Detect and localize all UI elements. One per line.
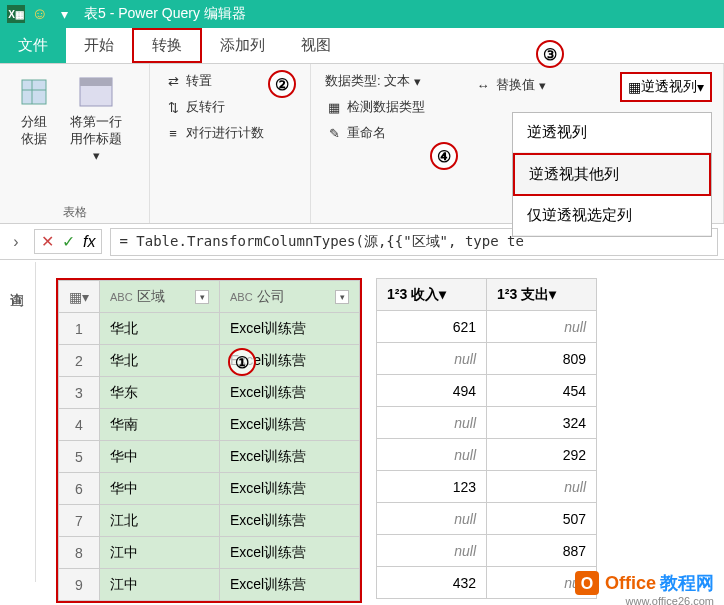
cell-region[interactable]: 华中 bbox=[100, 473, 220, 505]
row-number[interactable]: 8 bbox=[59, 537, 100, 569]
table-row[interactable]: 1 华北 Excel训练营 bbox=[59, 313, 360, 345]
type-number-icon: 1²3 bbox=[497, 286, 517, 302]
cell-income[interactable]: 123 bbox=[377, 471, 487, 503]
cell-company[interactable]: Excel训练营 bbox=[220, 569, 360, 601]
menu-transform[interactable]: 转换 bbox=[132, 28, 202, 63]
cell-expense[interactable]: 809 bbox=[487, 343, 597, 375]
column-header-expense[interactable]: 1²3 支出▾ bbox=[487, 279, 597, 311]
column-header-region[interactable]: ABC区域▾ bbox=[100, 281, 220, 313]
filter-icon[interactable]: ▾ bbox=[549, 286, 556, 302]
table-row[interactable]: 3 华东 Excel训练营 bbox=[59, 377, 360, 409]
menu-view[interactable]: 视图 bbox=[283, 28, 349, 63]
data-grid-right: 1²3 收入▾ 1²3 支出▾ 621nullnull809494454null… bbox=[376, 278, 597, 599]
cell-company[interactable]: Excel训练营 bbox=[220, 537, 360, 569]
cell-expense[interactable]: null bbox=[487, 471, 597, 503]
cell-income[interactable]: 494 bbox=[377, 375, 487, 407]
cell-expense[interactable]: 887 bbox=[487, 535, 597, 567]
cell-company[interactable]: Excel训练营 bbox=[220, 505, 360, 537]
row-number[interactable]: 4 bbox=[59, 409, 100, 441]
table-row[interactable]: 6 华中 Excel训练营 bbox=[59, 473, 360, 505]
cell-company[interactable]: Excel训练营 bbox=[220, 409, 360, 441]
cell-company[interactable]: Excel训练营 bbox=[220, 313, 360, 345]
menu-file[interactable]: 文件 bbox=[0, 28, 66, 63]
cell-income[interactable]: null bbox=[377, 439, 487, 471]
table-row[interactable]: 432null bbox=[377, 567, 597, 599]
count-rows-button[interactable]: ≡ 对行进行计数 bbox=[160, 122, 300, 144]
row-number[interactable]: 9 bbox=[59, 569, 100, 601]
table-row[interactable]: 5 华中 Excel训练营 bbox=[59, 441, 360, 473]
cell-company[interactable]: Excel训练营 bbox=[220, 473, 360, 505]
column-header-company[interactable]: ABC公司▾ bbox=[220, 281, 360, 313]
row-number[interactable]: 6 bbox=[59, 473, 100, 505]
first-row-header-button[interactable]: 将第一行 用作标题▾ bbox=[64, 70, 128, 202]
cell-expense[interactable]: null bbox=[487, 311, 597, 343]
query-panel[interactable]: 查询 bbox=[0, 262, 36, 582]
column-header-income[interactable]: 1²3 收入▾ bbox=[377, 279, 487, 311]
cell-expense[interactable]: 324 bbox=[487, 407, 597, 439]
table-row[interactable]: 494454 bbox=[377, 375, 597, 407]
cell-expense[interactable]: 454 bbox=[487, 375, 597, 407]
expand-querypane-icon[interactable]: › bbox=[6, 233, 26, 251]
cell-company[interactable]: Excel训练营 bbox=[220, 377, 360, 409]
corner-cell[interactable]: ▦▾ bbox=[59, 281, 100, 313]
fx-label[interactable]: fx bbox=[83, 233, 95, 251]
data-grid-left: ▦▾ ABC区域▾ ABC公司▾ 1 华北 Excel训练营2 华北 Excel… bbox=[58, 280, 360, 601]
unpivot-other-columns-item[interactable]: 逆透视其他列 bbox=[513, 153, 711, 196]
table-row[interactable]: 7 江北 Excel训练营 bbox=[59, 505, 360, 537]
row-number[interactable]: 7 bbox=[59, 505, 100, 537]
row-number[interactable]: 1 bbox=[59, 313, 100, 345]
menu-home[interactable]: 开始 bbox=[66, 28, 132, 63]
unpivot-selected-only-item[interactable]: 仅逆透视选定列 bbox=[513, 196, 711, 236]
unpivot-button[interactable]: ▦ 逆透视列 ▾ bbox=[620, 72, 712, 102]
cell-company[interactable]: Excel训练营 bbox=[220, 441, 360, 473]
table-row[interactable]: 9 江中 Excel训练营 bbox=[59, 569, 360, 601]
filter-icon[interactable]: ▾ bbox=[195, 290, 209, 304]
cancel-icon[interactable]: ✕ bbox=[41, 232, 54, 251]
cell-region[interactable]: 华南 bbox=[100, 409, 220, 441]
cell-region[interactable]: 华中 bbox=[100, 441, 220, 473]
chevron-down-icon: ▾ bbox=[93, 148, 100, 165]
dropdown-icon[interactable]: ▾ bbox=[54, 4, 74, 24]
filter-icon[interactable]: ▾ bbox=[335, 290, 349, 304]
cell-region[interactable]: 江中 bbox=[100, 537, 220, 569]
confirm-icon[interactable]: ✓ bbox=[62, 232, 75, 251]
table-row[interactable]: 4 华南 Excel训练营 bbox=[59, 409, 360, 441]
table-icon bbox=[78, 74, 114, 110]
row-number[interactable]: 2 bbox=[59, 345, 100, 377]
cell-region[interactable]: 华北 bbox=[100, 345, 220, 377]
cell-income[interactable]: null bbox=[377, 407, 487, 439]
unpivot-columns-item[interactable]: 逆透视列 bbox=[513, 113, 711, 153]
row-number[interactable]: 3 bbox=[59, 377, 100, 409]
table-row[interactable]: 8 江中 Excel训练营 bbox=[59, 537, 360, 569]
table-row[interactable]: null809 bbox=[377, 343, 597, 375]
replace-button[interactable]: ↔ 替换值▾ bbox=[470, 74, 550, 96]
cell-region[interactable]: 华北 bbox=[100, 313, 220, 345]
table-row[interactable]: null292 bbox=[377, 439, 597, 471]
cell-income[interactable]: 432 bbox=[377, 567, 487, 599]
cell-income[interactable]: null bbox=[377, 343, 487, 375]
table-row[interactable]: 123null bbox=[377, 471, 597, 503]
cell-expense[interactable]: 292 bbox=[487, 439, 597, 471]
table-row[interactable]: 2 华北 Excel训练营 bbox=[59, 345, 360, 377]
reverse-rows-button[interactable]: ⇅ 反转行 bbox=[160, 96, 300, 118]
filter-icon[interactable]: ▾ bbox=[439, 286, 446, 302]
cell-region[interactable]: 江中 bbox=[100, 569, 220, 601]
type-text-icon: ABC bbox=[110, 291, 133, 303]
cell-region[interactable]: 江北 bbox=[100, 505, 220, 537]
cell-income[interactable]: 621 bbox=[377, 311, 487, 343]
svg-rect-4 bbox=[80, 78, 112, 86]
menu-addcolumn[interactable]: 添加列 bbox=[202, 28, 283, 63]
cell-expense[interactable]: 507 bbox=[487, 503, 597, 535]
table-row[interactable]: 621null bbox=[377, 311, 597, 343]
table-row[interactable]: null324 bbox=[377, 407, 597, 439]
group-by-button[interactable]: 分组 依据 bbox=[10, 70, 58, 202]
table-row[interactable]: null507 bbox=[377, 503, 597, 535]
office-logo-icon: O bbox=[573, 569, 601, 597]
callout-3: ③ bbox=[536, 40, 564, 68]
cell-income[interactable]: null bbox=[377, 535, 487, 567]
table-row[interactable]: null887 bbox=[377, 535, 597, 567]
row-number[interactable]: 5 bbox=[59, 441, 100, 473]
cell-income[interactable]: null bbox=[377, 503, 487, 535]
cell-region[interactable]: 华东 bbox=[100, 377, 220, 409]
titlebar: X▦ ☺ ▾ 表5 - Power Query 编辑器 bbox=[0, 0, 724, 28]
